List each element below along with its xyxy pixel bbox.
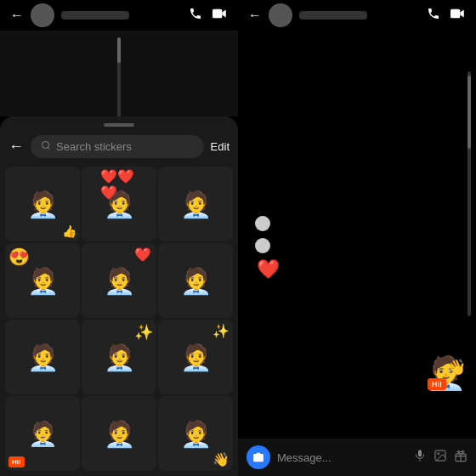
left-username [61, 11, 129, 20]
right-video-icon[interactable] [450, 8, 466, 23]
search-row: ← Search stickers Edit [0, 130, 238, 163]
tray-back-button[interactable]: ← [8, 138, 24, 156]
tray-handle [104, 123, 134, 127]
sticker-tray: ← Search stickers Edit 🧑‍💼 👍 🧑‍💼 [0, 116, 238, 476]
right-status-bar-left: ← [248, 3, 367, 27]
floating-heart: ❤️ [257, 258, 280, 280]
floating-dots [255, 216, 270, 253]
left-avatar [31, 3, 54, 27]
sticker-item[interactable]: 🧑‍💼 ❤️ [82, 243, 156, 318]
right-panel: ← [238, 0, 476, 476]
sticker-item[interactable]: 🧑‍💼 [158, 243, 233, 318]
right-phone-icon[interactable] [427, 7, 440, 24]
right-scroll-thumb [468, 76, 471, 149]
sticker-item[interactable]: 🧑‍💼 [158, 167, 233, 241]
left-status-bar: ← [0, 0, 238, 31]
sticker-item[interactable]: 🧑‍💼 ✨ [158, 320, 233, 394]
right-status-bar-right [427, 7, 466, 24]
left-scroll-thumb [117, 37, 121, 63]
right-chat-area: ❤️ 🧑‍💼 Hi! 👋 [238, 31, 476, 439]
sticker-grid: 🧑‍💼 👍 🧑‍💼 ❤️❤️❤️ 🧑‍💼 🧑‍💼 😍 🧑‍💼 ❤️ 🧑‍💼 [0, 163, 238, 476]
right-avatar [269, 3, 292, 27]
svg-point-10 [462, 450, 464, 452]
left-status-bar-left: ← [10, 3, 129, 27]
sticker-item[interactable]: 🧑‍💼 ❤️❤️❤️ [82, 167, 156, 241]
dot-2 [255, 238, 270, 253]
sticker-item[interactable]: 🧑‍💼 👍 [5, 167, 80, 241]
right-back-button[interactable]: ← [248, 8, 262, 23]
svg-rect-0 [212, 9, 222, 19]
svg-point-1 [42, 142, 49, 149]
gift-icon[interactable] [454, 449, 468, 466]
sticker-item[interactable]: 🧑‍💼 😍 [5, 243, 80, 318]
right-username [299, 11, 367, 20]
sticker-item[interactable]: 🧑‍💼 [5, 320, 80, 394]
svg-point-7 [438, 453, 439, 455]
camera-button[interactable] [246, 445, 270, 469]
sticker-item[interactable]: 🧑‍💼 👋 [158, 396, 233, 471]
floating-sticker-container: 🧑‍💼 Hi! 👋 [426, 354, 466, 392]
left-back-button[interactable]: ← [10, 8, 24, 23]
search-input-wrapper[interactable]: Search stickers [31, 135, 204, 158]
left-panel: ← ← [0, 0, 238, 476]
left-status-bar-right [189, 7, 228, 24]
left-camera-area [0, 31, 238, 116]
edit-button[interactable]: Edit [211, 140, 230, 153]
search-placeholder-text: Search stickers [56, 140, 132, 153]
sticker-item[interactable]: 🧑‍💼 ✨ [82, 320, 156, 394]
right-scroll-bar [468, 71, 471, 316]
sticker-item[interactable]: 🧑‍💼 [82, 396, 156, 471]
image-icon[interactable] [434, 449, 447, 466]
svg-rect-4 [418, 450, 422, 456]
mic-icon[interactable] [413, 449, 427, 466]
message-input[interactable]: Message... [277, 451, 406, 464]
svg-point-9 [457, 450, 459, 452]
message-bar: Message... [238, 439, 476, 476]
sticker-item[interactable]: 🧑‍💼 Hi! [5, 396, 80, 471]
svg-rect-2 [450, 9, 460, 19]
search-icon [41, 140, 51, 153]
left-phone-icon[interactable] [189, 7, 202, 24]
right-status-bar: ← [238, 0, 476, 31]
left-video-icon[interactable] [212, 8, 228, 23]
dot-1 [255, 216, 270, 231]
